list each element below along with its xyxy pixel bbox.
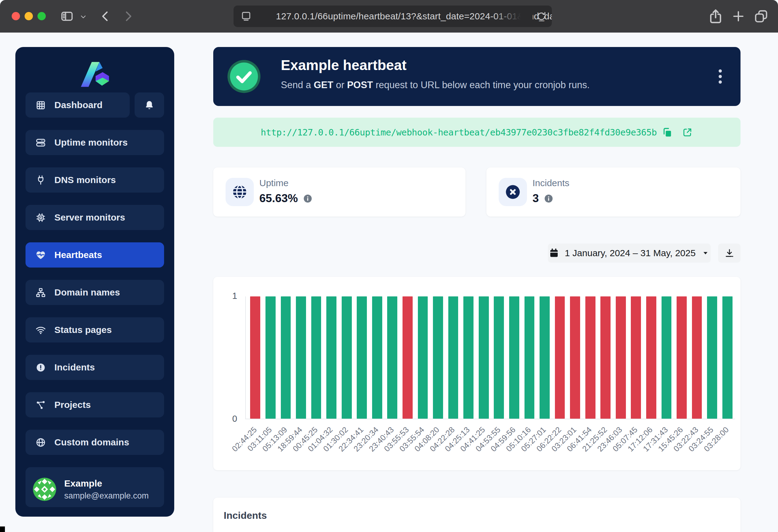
sidebar-item-uptime-monitors[interactable]: Uptime monitors <box>25 130 164 155</box>
address-bar[interactable]: 127.0.0.1/66uptime/heartbeat/13?&start_d… <box>234 6 552 27</box>
minimize-window-button[interactable] <box>24 12 33 20</box>
heartbeat-chart: 1 0 02:44:2503:11:0505:13:0918:59:4400:4… <box>213 277 741 470</box>
notifications-button[interactable] <box>135 92 164 118</box>
sidebar-item-heartbeats[interactable]: Heartbeats <box>25 242 164 268</box>
url-fade <box>493 6 533 27</box>
new-tab-icon[interactable] <box>731 9 746 24</box>
sidebar-row: Incidents <box>25 355 164 380</box>
stat-label: Incidents <box>533 178 569 188</box>
bar-slot: 17:31:43 <box>659 296 674 419</box>
heartbeat-bar <box>525 296 535 419</box>
sidebar-item-label: Heartbeats <box>54 250 102 260</box>
info-icon[interactable] <box>544 194 553 203</box>
close-window-button[interactable] <box>12 12 20 20</box>
sidebar-row: Heartbeats <box>25 242 164 268</box>
bar-slot: 21:25:52 <box>598 296 613 419</box>
sidebar-row: DNS monitors <box>25 167 164 193</box>
bar-slot: 03:22:43 <box>689 296 705 419</box>
sidebar-item-server-monitors[interactable]: Server monitors <box>25 205 164 230</box>
stat-icon-tile <box>226 178 254 206</box>
bell-icon <box>144 100 155 110</box>
sidebar-item-dns-monitors[interactable]: DNS monitors <box>25 167 164 193</box>
heartbeat-bar <box>509 296 519 419</box>
date-range-picker[interactable]: 1 January, 2024 – 31 May, 2025 <box>548 244 711 263</box>
bar-slot: 06:41:54 <box>582 296 598 419</box>
forward-icon[interactable] <box>121 9 136 24</box>
stat-value: 65.63% <box>259 192 298 205</box>
sidebar-item-label: Status pages <box>54 325 112 335</box>
heartbeat-bar <box>616 296 626 419</box>
bar-slot: 00:45:25 <box>309 296 324 419</box>
kebab-icon[interactable] <box>713 67 727 86</box>
bar-slot: 05:27:01 <box>537 296 552 419</box>
bar-slot: 17:12:06 <box>644 296 659 419</box>
sidebar-row: Custom domains <box>25 430 164 455</box>
heartbeat-bar <box>722 296 732 419</box>
bar-slot: 23:20:34 <box>370 296 385 419</box>
sidebar-row: Server monitors <box>25 205 164 230</box>
share-icon[interactable] <box>707 8 724 24</box>
sidebar-item-status-pages[interactable]: Status pages <box>25 317 164 343</box>
heartbeat-bar <box>418 296 428 419</box>
bar-slot: 02:44:25 <box>248 296 263 419</box>
heartbeat-bar <box>692 296 702 419</box>
copy-icon[interactable] <box>662 127 673 138</box>
bar-slot: 04:22:28 <box>446 296 461 419</box>
share-nodes-icon <box>35 400 46 410</box>
sidebar-nav: DashboardUptime monitorsDNS monitorsServ… <box>15 92 174 455</box>
bar-slot: 01:04:32 <box>324 296 339 419</box>
zoom-window-button[interactable] <box>37 12 46 20</box>
sidebar-item-incidents[interactable]: Incidents <box>25 355 164 380</box>
heartbeat-bar <box>448 296 458 419</box>
bar-slot: 01:30:02 <box>339 296 354 419</box>
sidebar: DashboardUptime monitorsDNS monitorsServ… <box>15 47 174 517</box>
bar-slot: 22:34:41 <box>354 296 370 419</box>
cpu-icon <box>35 212 46 223</box>
back-icon[interactable] <box>98 9 113 24</box>
bar-slot: 05:10:16 <box>522 296 537 419</box>
reload-icon[interactable] <box>536 11 547 22</box>
sidebar-item-dashboard[interactable]: Dashboard <box>25 92 130 118</box>
heartbeat-bar <box>326 296 336 419</box>
bar-slot: 04:25:13 <box>461 296 476 419</box>
sidebar-item-label: DNS monitors <box>54 175 116 185</box>
globe-icon <box>231 184 248 200</box>
sidebar-toggle-icon[interactable] <box>60 9 74 23</box>
sidebar-row: Uptime monitors <box>25 130 164 155</box>
download-button[interactable] <box>718 244 741 263</box>
sidebar-item-projects[interactable]: Projects <box>25 392 164 418</box>
stat-label: Uptime <box>259 178 289 188</box>
heartbeat-bar <box>433 296 443 419</box>
bar-slot: 04:08:20 <box>431 296 446 419</box>
avatar <box>33 478 56 501</box>
tab-overview-icon[interactable] <box>754 9 769 24</box>
sidebar-item-label: Incidents <box>54 362 95 373</box>
sidebar-item-domain-names[interactable]: Domain names <box>25 280 164 305</box>
alert-icon <box>35 362 46 373</box>
66uptime-logo <box>75 56 114 88</box>
info-icon[interactable] <box>303 194 312 203</box>
heartbeat-bar <box>281 296 291 419</box>
date-range-label: 1 January, 2024 – 31 May, 2025 <box>565 248 696 258</box>
download-icon <box>724 248 735 258</box>
webhook-url[interactable]: http://127.0.0.1/66uptime/webhook-heartb… <box>261 127 657 138</box>
globe-icon <box>35 437 46 448</box>
heartbeat-bar <box>463 296 473 419</box>
bar-slot: 05:13:09 <box>278 296 294 419</box>
heartbeat-bar <box>296 296 306 419</box>
sidebar-item-label: Dashboard <box>54 100 103 110</box>
bar-slot: 15:45:26 <box>674 296 690 419</box>
incidents-stat-card: Incidents 3 <box>486 167 741 216</box>
sidebar-item-custom-domains[interactable]: Custom domains <box>25 430 164 455</box>
heartbeat-bar <box>707 296 717 419</box>
heartbeat-bar <box>677 296 687 419</box>
user-panel[interactable]: Example sample@example.com <box>25 471 164 507</box>
browser-chrome: 127.0.0.1/66uptime/heartbeat/13?&start_d… <box>0 0 778 32</box>
external-link-icon[interactable] <box>682 127 693 138</box>
check-circle-icon <box>227 59 261 94</box>
bar-slot: 03:11:05 <box>263 296 279 419</box>
chevron-down-icon[interactable] <box>79 13 87 21</box>
uptime-stat-card: Uptime 65.63% <box>213 167 466 216</box>
heartbeat-bar <box>265 296 276 419</box>
server-icon <box>35 137 46 148</box>
